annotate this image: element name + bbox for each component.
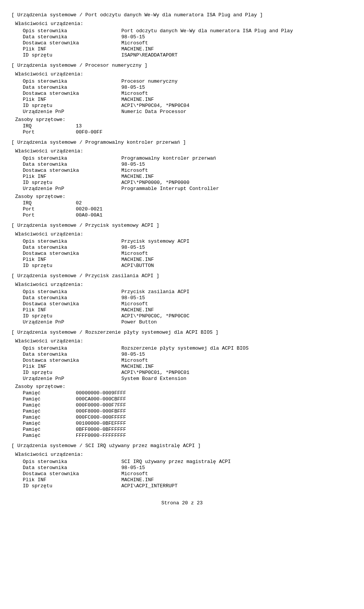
prop-row: Plik INFMACHINE.INF: [15, 46, 353, 52]
resource-label: Pamięć: [15, 402, 76, 408]
prop-label: Dostawca sterownika: [15, 251, 121, 256]
properties-block-section2: Właściwości urządzenia:Opis sterownikaPr…: [15, 71, 353, 115]
prop-value: Programowalny kontroler przerwań: [121, 155, 353, 161]
properties-block-section4: Właściwości urządzenia:Opis sterownikaPr…: [15, 231, 353, 268]
prop-label: Dostawca sterownika: [15, 40, 121, 46]
properties-block-section6: Właściwości urządzenia:Opis sterownikaRo…: [15, 338, 353, 381]
prop-row: Opis sterownikaPrzycisk zasilania ACPI: [15, 289, 353, 295]
prop-value: Microsoft: [121, 358, 353, 363]
prop-label: Plik INF: [15, 46, 121, 52]
section-header-section7: [ Urządzenia systemowe / SCI IRQ używany…: [11, 443, 353, 449]
prop-row: Opis sterownikaPort odczytu danych We-Wy…: [15, 28, 353, 34]
prop-label: Data sterownika: [15, 245, 121, 250]
properties-title-section2: Właściwości urządzenia:: [15, 71, 353, 77]
prop-value: Procesor numeryczny: [121, 78, 353, 84]
prop-label: ID sprzętu: [15, 263, 121, 268]
resources-title-section2: Zasoby sprzętowe:: [15, 117, 353, 122]
resources-block-section2: Zasoby sprzętowe:IRQ13Port00F0-00FF: [15, 117, 353, 135]
prop-row: Data sterownika98-05-15: [15, 34, 353, 40]
prop-label: ID sprzętu: [15, 370, 121, 375]
prop-value: ACPI\*PNP0000, *PNP0000: [121, 180, 353, 185]
resource-value: 00000000-0009FFFF: [76, 390, 353, 396]
prop-label: Plik INF: [15, 257, 121, 262]
prop-value: ISAPNP\READDATAPORT: [121, 52, 353, 58]
prop-value: ACPI\*PNP0C04, *PNP0C04: [121, 103, 353, 108]
prop-label: Dostawca sterownika: [15, 168, 121, 173]
prop-row: Data sterownika98-05-15: [15, 465, 353, 471]
prop-row: Urządzenie PnPSystem Board Extension: [15, 376, 353, 381]
resource-label: Pamięć: [15, 427, 76, 432]
prop-label: Opis sterownika: [15, 289, 121, 295]
prop-label: ID sprzętu: [15, 52, 121, 58]
prop-label: Opis sterownika: [15, 459, 121, 465]
prop-label: Plik INF: [15, 477, 121, 483]
prop-row: Opis sterownikaProgramowalny kontroler p…: [15, 155, 353, 161]
prop-label: Opis sterownika: [15, 155, 121, 161]
prop-row: Dostawca sterownikaMicrosoft: [15, 301, 353, 307]
prop-label: ID sprzętu: [15, 103, 121, 108]
prop-value: ACPI\*PNP0C0C, *PNP0C0C: [121, 313, 353, 319]
prop-label: Plik INF: [15, 174, 121, 179]
resource-row: Pamięć000CA000-000CBFFF: [15, 396, 353, 402]
prop-row: Plik INFMACHINE.INF: [15, 364, 353, 369]
prop-row: Urządzenie PnPProgrammable Interrupt Con…: [15, 186, 353, 191]
prop-label: Data sterownika: [15, 162, 121, 167]
prop-value: 98-05-15: [121, 162, 353, 167]
prop-row: Data sterownika98-05-15: [15, 295, 353, 301]
prop-label: Dostawca sterownika: [15, 301, 121, 307]
resource-value: 000CA000-000CBFFF: [76, 396, 353, 402]
prop-label: ID sprzętu: [15, 313, 121, 319]
prop-row: Plik INFMACHINE.INF: [15, 307, 353, 313]
resource-label: Pamięć: [15, 433, 76, 438]
resource-label: Port: [15, 206, 76, 212]
prop-value: MACHINE.INF: [121, 307, 353, 313]
resource-label: Pamięć: [15, 408, 76, 414]
prop-value: Microsoft: [121, 301, 353, 307]
resource-value: 000F8000-000FBFFF: [76, 408, 353, 414]
prop-row: ID sprzętuACPI\ACPI_INTERRUPT: [15, 483, 353, 489]
prop-row: Opis sterownikaRozszerzenie płyty system…: [15, 345, 353, 351]
resource-label: Pamięć: [15, 390, 76, 396]
prop-row: ID sprzętuACPI\*PNP0C04, *PNP0C04: [15, 103, 353, 108]
resource-row: Port00A0-00A1: [15, 212, 353, 218]
properties-block-section5: Właściwości urządzenia:Opis sterownikaPr…: [15, 282, 353, 325]
prop-row: Urządzenie PnPPower Button: [15, 319, 353, 325]
prop-value: 98-05-15: [121, 352, 353, 357]
properties-block-section1: Właściwości urządzenia:Opis sterownikaPo…: [15, 21, 353, 58]
prop-value: Microsoft: [121, 251, 353, 256]
resources-title-section6: Zasoby sprzętowe:: [15, 384, 353, 389]
prop-value: ACPI\ACPI_INTERRUPT: [121, 483, 353, 489]
properties-title-section5: Właściwości urządzenia:: [15, 282, 353, 287]
resource-row: Pamięć000F0000-000F7FFF: [15, 402, 353, 408]
prop-value: Microsoft: [121, 471, 353, 477]
prop-label: Dostawca sterownika: [15, 358, 121, 363]
properties-title-section3: Właściwości urządzenia:: [15, 148, 353, 154]
section-header-section5: [ Urządzenia systemowe / Przycisk zasila…: [11, 273, 353, 279]
prop-value: ACPI\BUTTON: [121, 263, 353, 268]
prop-row: Plik INFMACHINE.INF: [15, 477, 353, 483]
resource-row: Port00F0-00FF: [15, 129, 353, 135]
prop-label: Data sterownika: [15, 34, 121, 40]
prop-label: Data sterownika: [15, 295, 121, 301]
resource-label: Port: [15, 129, 76, 135]
resource-value: 13: [76, 123, 353, 129]
prop-row: Urządzenie PnPNumeric Data Processor: [15, 109, 353, 115]
prop-value: Przycisk systemowy ACPI: [121, 239, 353, 244]
prop-row: Dostawca sterownikaMicrosoft: [15, 251, 353, 256]
resource-row: Pamięć0BFF0000-0BFFFFFF: [15, 427, 353, 432]
properties-title-section6: Właściwości urządzenia:: [15, 338, 353, 344]
resource-value: 000F0000-000F7FFF: [76, 402, 353, 408]
resource-label: Pamięć: [15, 414, 76, 420]
prop-row: Plik INFMACHINE.INF: [15, 174, 353, 179]
resources-title-section3: Zasoby sprzętowe:: [15, 194, 353, 199]
prop-row: Opis sterownikaPrzycisk systemowy ACPI: [15, 239, 353, 244]
prop-value: Przycisk zasilania ACPI: [121, 289, 353, 295]
prop-row: Dostawca sterownikaMicrosoft: [15, 168, 353, 173]
prop-value: System Board Extension: [121, 376, 353, 381]
prop-value: 98-05-15: [121, 465, 353, 471]
resource-label: Pamięć: [15, 421, 76, 426]
properties-block-section3: Właściwości urządzenia:Opis sterownikaPr…: [15, 148, 353, 191]
prop-value: MACHINE.INF: [121, 97, 353, 102]
resource-value: 02: [76, 200, 353, 206]
resource-value: FFFF0000-FFFFFFFF: [76, 433, 353, 438]
